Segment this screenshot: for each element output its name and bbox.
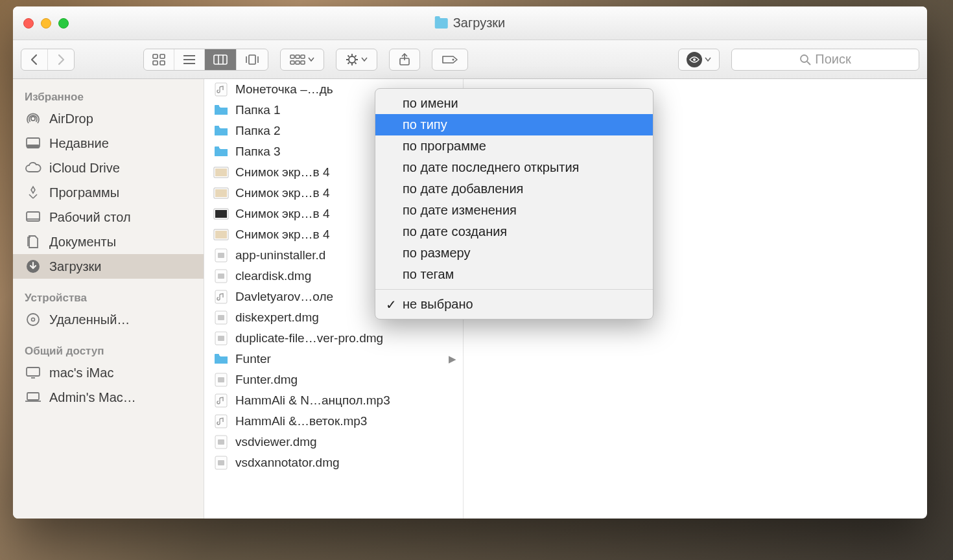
audio-icon: [213, 290, 229, 304]
sidebar-section-header: Общий доступ: [13, 341, 204, 360]
sidebar-item-label: Программы: [49, 185, 119, 200]
sidebar-item-airdrop[interactable]: AirDrop: [13, 106, 204, 131]
action-menu-button[interactable]: [336, 49, 377, 71]
sidebar-item-cloud[interactable]: iCloud Drive: [13, 156, 204, 180]
svg-rect-2: [153, 61, 158, 65]
file-row[interactable]: vsdviewer.dmg: [204, 432, 463, 452]
minimize-button[interactable]: [41, 18, 51, 29]
list-view-button[interactable]: [174, 49, 205, 70]
close-button[interactable]: [23, 18, 34, 29]
sidebar-item-label: Удаленный…: [49, 312, 130, 327]
titlebar: Загрузки: [13, 6, 927, 40]
privacy-button[interactable]: [678, 49, 720, 71]
file-label: HammAli &…веток.mp3: [235, 414, 367, 428]
sidebar-item-label: Рабочий стол: [49, 210, 131, 225]
file-row[interactable]: HammAli & N…анцпол.mp3: [204, 390, 463, 411]
downloads-icon: [25, 258, 41, 275]
icon-view-button[interactable]: [144, 49, 174, 70]
sidebar-item-downloads[interactable]: Загрузки: [13, 254, 204, 279]
folder-icon: [213, 352, 229, 366]
chevron-right-icon: ▶: [449, 353, 456, 365]
svg-point-43: [32, 318, 35, 321]
file-label: Папка 1: [235, 103, 281, 117]
back-button[interactable]: [21, 49, 48, 70]
sidebar-item-laptop[interactable]: Admin's Mac…: [13, 385, 204, 410]
dmg-icon: [213, 373, 229, 387]
menu-item[interactable]: по дате добавления: [375, 178, 653, 200]
file-row[interactable]: Funter▶: [204, 349, 463, 369]
sidebar-item-disc[interactable]: Удаленный…: [13, 307, 204, 332]
menu-item[interactable]: по дате последнего открытия: [375, 157, 653, 178]
menu-item[interactable]: по размеру: [375, 242, 653, 264]
menu-item[interactable]: по имени: [375, 93, 653, 114]
dmg-icon: [213, 248, 229, 262]
svg-point-19: [349, 56, 355, 63]
audio-icon: [213, 393, 229, 408]
svg-line-27: [355, 55, 356, 56]
apps-icon: [25, 184, 41, 201]
search-field[interactable]: Поиск: [731, 49, 919, 71]
folder-icon: [213, 103, 229, 117]
tags-button[interactable]: [432, 49, 468, 71]
menu-item-none[interactable]: не выбрано: [375, 294, 653, 315]
sidebar-item-desktop[interactable]: Рабочий стол: [13, 205, 204, 229]
cloud-icon: [25, 159, 41, 176]
zoom-button[interactable]: [58, 18, 69, 29]
dmg-icon: [213, 269, 229, 283]
menu-item[interactable]: по программе: [375, 135, 653, 157]
svg-rect-75: [218, 439, 224, 445]
nav-buttons: [21, 49, 75, 71]
file-row[interactable]: duplicate-file…ver-pro.dmg: [204, 328, 463, 349]
svg-rect-14: [296, 55, 300, 58]
svg-rect-57: [215, 210, 227, 218]
svg-rect-72: [215, 394, 227, 407]
file-label: cleardisk.dmg: [235, 269, 311, 283]
folder-icon: [213, 145, 229, 159]
image-icon: [213, 165, 229, 180]
sidebar-item-display[interactable]: mac's iMac: [13, 360, 204, 385]
share-button[interactable]: [389, 49, 420, 71]
menu-item[interactable]: по дате изменения: [375, 200, 653, 221]
svg-line-26: [348, 62, 349, 64]
svg-rect-0: [153, 54, 158, 58]
file-label: vsdxannotator.dmg: [235, 456, 340, 470]
svg-rect-49: [215, 105, 219, 107]
svg-rect-71: [218, 377, 224, 382]
svg-point-42: [27, 314, 39, 325]
group-by-button[interactable]: [280, 49, 324, 71]
sidebar-item-documents[interactable]: Документы: [13, 229, 204, 254]
svg-rect-48: [215, 83, 227, 96]
file-label: Снимок экр…в 4: [235, 186, 330, 200]
search-icon: [799, 54, 811, 65]
menu-item[interactable]: по типу: [375, 114, 653, 135]
menu-item[interactable]: по тегам: [375, 264, 653, 285]
traffic-lights: [23, 18, 69, 29]
file-row[interactable]: Funter.dmg: [204, 369, 463, 390]
menu-item[interactable]: по дате создания: [375, 221, 653, 242]
svg-rect-61: [218, 253, 224, 258]
column-view-button[interactable]: [205, 49, 237, 70]
window-title: Загрузки: [435, 16, 506, 30]
sidebar-item-apps[interactable]: Программы: [13, 180, 204, 205]
display-icon: [25, 364, 41, 381]
dmg-icon: [213, 435, 229, 449]
file-row[interactable]: vsdxannotator.dmg: [204, 452, 463, 473]
sidebar-item-label: Загрузки: [49, 259, 102, 274]
gallery-view-button[interactable]: [237, 49, 268, 70]
svg-rect-69: [215, 354, 219, 356]
disc-icon: [25, 311, 41, 328]
sidebar-item-label: Недавние: [49, 136, 109, 151]
svg-rect-7: [214, 55, 227, 64]
search-placeholder: Поиск: [815, 52, 851, 67]
sidebar-item-recents[interactable]: Недавние: [13, 131, 204, 156]
svg-line-24: [348, 55, 349, 56]
sidebar-section-header: Устройства: [13, 288, 204, 307]
file-label: Funter.dmg: [235, 373, 298, 387]
file-label: HammAli & N…анцпол.mp3: [235, 393, 390, 408]
sidebar-item-label: mac's iMac: [49, 366, 113, 380]
svg-rect-63: [218, 274, 224, 279]
file-row[interactable]: HammAli &…веток.mp3: [204, 411, 463, 432]
forward-button[interactable]: [48, 49, 74, 70]
folder-icon: [435, 18, 448, 29]
sidebar-item-label: iCloud Drive: [49, 161, 120, 176]
